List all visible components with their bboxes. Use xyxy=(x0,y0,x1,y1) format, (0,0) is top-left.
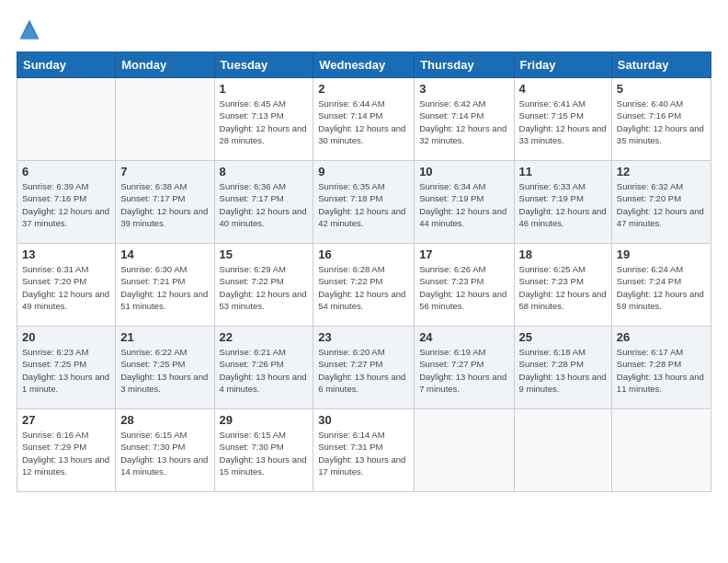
calendar-header-sunday: Sunday xyxy=(17,52,116,78)
calendar-header-tuesday: Tuesday xyxy=(214,52,313,78)
day-number: 7 xyxy=(120,165,209,178)
calendar-day-cell: 20Sunrise: 6:23 AM Sunset: 7:25 PM Dayli… xyxy=(17,327,116,409)
day-info: Sunrise: 6:15 AM Sunset: 7:30 PM Dayligh… xyxy=(220,429,309,477)
day-number: 14 xyxy=(120,247,209,261)
calendar-day-cell: 4Sunrise: 6:41 AM Sunset: 7:15 PM Daylig… xyxy=(514,78,611,161)
day-info: Sunrise: 6:18 AM Sunset: 7:28 PM Dayligh… xyxy=(519,346,607,395)
day-number: 30 xyxy=(318,413,409,427)
day-number: 17 xyxy=(419,247,508,261)
calendar-day-cell xyxy=(611,409,711,492)
calendar-day-cell: 6Sunrise: 6:39 AM Sunset: 7:16 PM Daylig… xyxy=(17,161,116,244)
calendar-day-cell: 3Sunrise: 6:42 AM Sunset: 7:14 PM Daylig… xyxy=(415,78,514,161)
day-info: Sunrise: 6:35 AM Sunset: 7:18 PM Dayligh… xyxy=(318,180,409,229)
day-number: 13 xyxy=(22,247,110,261)
day-number: 15 xyxy=(220,247,309,261)
day-number: 21 xyxy=(120,330,209,344)
calendar-day-cell: 10Sunrise: 6:34 AM Sunset: 7:19 PM Dayli… xyxy=(415,161,514,244)
day-info: Sunrise: 6:23 AM Sunset: 7:25 PM Dayligh… xyxy=(22,346,110,395)
day-info: Sunrise: 6:38 AM Sunset: 7:17 PM Dayligh… xyxy=(120,180,209,229)
calendar-header-wednesday: Wednesday xyxy=(313,52,415,78)
day-info: Sunrise: 6:31 AM Sunset: 7:20 PM Dayligh… xyxy=(22,263,110,312)
calendar-week-row: 6Sunrise: 6:39 AM Sunset: 7:16 PM Daylig… xyxy=(17,161,711,244)
day-info: Sunrise: 6:25 AM Sunset: 7:23 PM Dayligh… xyxy=(519,263,607,312)
day-info: Sunrise: 6:34 AM Sunset: 7:19 PM Dayligh… xyxy=(419,180,508,229)
calendar-day-cell xyxy=(17,78,116,161)
day-number: 22 xyxy=(220,330,309,344)
day-number: 5 xyxy=(617,82,706,96)
calendar-day-cell: 27Sunrise: 6:16 AM Sunset: 7:29 PM Dayli… xyxy=(17,409,116,492)
day-info: Sunrise: 6:44 AM Sunset: 7:14 PM Dayligh… xyxy=(318,98,409,146)
day-number: 25 xyxy=(519,330,607,344)
day-number: 2 xyxy=(318,82,409,96)
day-number: 19 xyxy=(617,247,706,261)
day-number: 4 xyxy=(519,82,607,96)
calendar-day-cell: 24Sunrise: 6:19 AM Sunset: 7:27 PM Dayli… xyxy=(415,327,514,409)
calendar-day-cell: 18Sunrise: 6:25 AM Sunset: 7:23 PM Dayli… xyxy=(514,244,611,327)
calendar-day-cell: 25Sunrise: 6:18 AM Sunset: 7:28 PM Dayli… xyxy=(514,327,611,409)
day-info: Sunrise: 6:21 AM Sunset: 7:26 PM Dayligh… xyxy=(220,346,309,395)
calendar-week-row: 13Sunrise: 6:31 AM Sunset: 7:20 PM Dayli… xyxy=(17,244,711,327)
day-info: Sunrise: 6:40 AM Sunset: 7:16 PM Dayligh… xyxy=(617,98,706,146)
calendar-header-friday: Friday xyxy=(514,52,611,78)
day-number: 3 xyxy=(419,82,508,96)
header xyxy=(17,17,711,42)
calendar-day-cell: 23Sunrise: 6:20 AM Sunset: 7:27 PM Dayli… xyxy=(313,327,415,409)
day-info: Sunrise: 6:45 AM Sunset: 7:13 PM Dayligh… xyxy=(220,98,309,146)
day-info: Sunrise: 6:33 AM Sunset: 7:19 PM Dayligh… xyxy=(519,180,607,229)
day-number: 10 xyxy=(419,165,508,178)
calendar-day-cell: 17Sunrise: 6:26 AM Sunset: 7:23 PM Dayli… xyxy=(415,244,514,327)
day-number: 18 xyxy=(519,247,607,261)
day-info: Sunrise: 6:32 AM Sunset: 7:20 PM Dayligh… xyxy=(617,180,706,229)
calendar-day-cell: 7Sunrise: 6:38 AM Sunset: 7:17 PM Daylig… xyxy=(116,161,214,244)
calendar-day-cell xyxy=(514,409,611,492)
calendar-day-cell xyxy=(116,78,214,161)
day-info: Sunrise: 6:29 AM Sunset: 7:22 PM Dayligh… xyxy=(220,263,309,312)
day-number: 20 xyxy=(22,330,110,344)
calendar-header-saturday: Saturday xyxy=(611,52,711,78)
day-info: Sunrise: 6:14 AM Sunset: 7:31 PM Dayligh… xyxy=(318,429,409,477)
day-info: Sunrise: 6:22 AM Sunset: 7:25 PM Dayligh… xyxy=(120,346,209,395)
calendar-week-row: 1Sunrise: 6:45 AM Sunset: 7:13 PM Daylig… xyxy=(17,78,711,161)
calendar-day-cell: 2Sunrise: 6:44 AM Sunset: 7:14 PM Daylig… xyxy=(313,78,415,161)
calendar-day-cell: 19Sunrise: 6:24 AM Sunset: 7:24 PM Dayli… xyxy=(611,244,711,327)
calendar-day-cell: 5Sunrise: 6:40 AM Sunset: 7:16 PM Daylig… xyxy=(611,78,711,161)
page: SundayMondayTuesdayWednesdayThursdayFrid… xyxy=(0,0,728,501)
day-info: Sunrise: 6:41 AM Sunset: 7:15 PM Dayligh… xyxy=(519,98,607,146)
calendar-day-cell: 26Sunrise: 6:17 AM Sunset: 7:28 PM Dayli… xyxy=(611,327,711,409)
day-number: 16 xyxy=(318,247,409,261)
day-number: 28 xyxy=(120,413,209,427)
day-number: 29 xyxy=(220,413,309,427)
day-info: Sunrise: 6:36 AM Sunset: 7:17 PM Dayligh… xyxy=(220,180,309,229)
calendar-day-cell: 22Sunrise: 6:21 AM Sunset: 7:26 PM Dayli… xyxy=(214,327,313,409)
calendar-header-thursday: Thursday xyxy=(415,52,514,78)
logo-icon xyxy=(17,17,42,42)
day-info: Sunrise: 6:28 AM Sunset: 7:22 PM Dayligh… xyxy=(318,263,409,312)
day-info: Sunrise: 6:15 AM Sunset: 7:30 PM Dayligh… xyxy=(120,429,209,477)
calendar-day-cell: 16Sunrise: 6:28 AM Sunset: 7:22 PM Dayli… xyxy=(313,244,415,327)
calendar-day-cell: 12Sunrise: 6:32 AM Sunset: 7:20 PM Dayli… xyxy=(611,161,711,244)
calendar-day-cell: 9Sunrise: 6:35 AM Sunset: 7:18 PM Daylig… xyxy=(313,161,415,244)
calendar-day-cell: 14Sunrise: 6:30 AM Sunset: 7:21 PM Dayli… xyxy=(116,244,214,327)
calendar-day-cell: 21Sunrise: 6:22 AM Sunset: 7:25 PM Dayli… xyxy=(116,327,214,409)
day-number: 24 xyxy=(419,330,508,344)
calendar-day-cell: 28Sunrise: 6:15 AM Sunset: 7:30 PM Dayli… xyxy=(116,409,214,492)
calendar-week-row: 27Sunrise: 6:16 AM Sunset: 7:29 PM Dayli… xyxy=(17,409,711,492)
calendar-day-cell: 15Sunrise: 6:29 AM Sunset: 7:22 PM Dayli… xyxy=(214,244,313,327)
day-info: Sunrise: 6:17 AM Sunset: 7:28 PM Dayligh… xyxy=(617,346,706,395)
day-number: 12 xyxy=(617,165,706,178)
day-info: Sunrise: 6:16 AM Sunset: 7:29 PM Dayligh… xyxy=(22,429,110,477)
day-number: 1 xyxy=(220,82,309,96)
day-number: 23 xyxy=(318,330,409,344)
calendar-day-cell: 11Sunrise: 6:33 AM Sunset: 7:19 PM Dayli… xyxy=(514,161,611,244)
day-number: 8 xyxy=(220,165,309,178)
day-info: Sunrise: 6:39 AM Sunset: 7:16 PM Dayligh… xyxy=(22,180,110,229)
day-number: 26 xyxy=(617,330,706,344)
day-info: Sunrise: 6:30 AM Sunset: 7:21 PM Dayligh… xyxy=(120,263,209,312)
day-info: Sunrise: 6:19 AM Sunset: 7:27 PM Dayligh… xyxy=(419,346,508,395)
day-info: Sunrise: 6:20 AM Sunset: 7:27 PM Dayligh… xyxy=(318,346,409,395)
day-number: 9 xyxy=(318,165,409,178)
calendar-day-cell: 30Sunrise: 6:14 AM Sunset: 7:31 PM Dayli… xyxy=(313,409,415,492)
calendar-header-row: SundayMondayTuesdayWednesdayThursdayFrid… xyxy=(17,52,711,78)
calendar-table: SundayMondayTuesdayWednesdayThursdayFrid… xyxy=(17,52,711,492)
logo xyxy=(17,17,46,42)
